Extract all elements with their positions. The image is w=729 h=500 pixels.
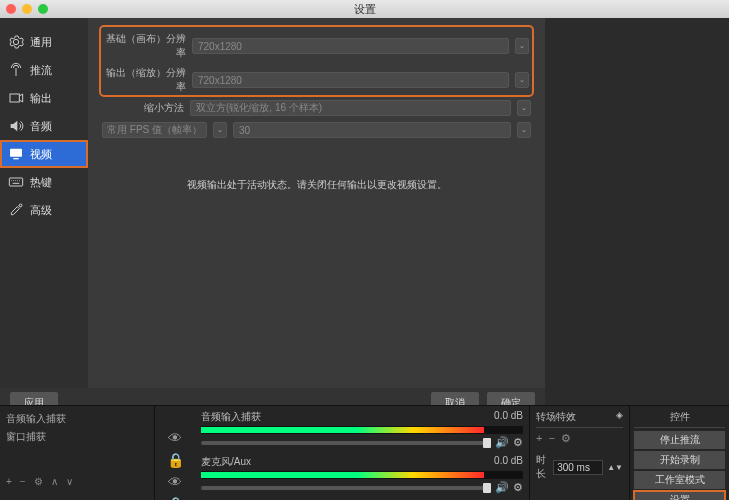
- track-name: 麦克风/Aux: [201, 455, 251, 469]
- antenna-icon: [8, 62, 24, 78]
- sidebar-item-label: 输出: [30, 91, 52, 106]
- sidebar-item-stream[interactable]: 推流: [0, 56, 88, 84]
- svg-rect-2: [13, 158, 18, 159]
- base-resolution-row: 基础（画布）分辨率 720x1280 ⌄: [104, 32, 529, 60]
- close-icon[interactable]: [6, 4, 16, 14]
- transitions-panel: 转场特效 ◈ + − ⚙ 时长 ▲▼: [529, 406, 629, 500]
- minimize-icon[interactable]: [22, 4, 32, 14]
- duration-input[interactable]: [553, 460, 603, 475]
- sources-panel: 音频输入捕获 窗口捕获 + − ⚙ ∧ ∨: [0, 406, 155, 500]
- lock-icon[interactable]: 🔒: [167, 452, 184, 468]
- down-icon[interactable]: ∨: [66, 476, 73, 487]
- settings-sidebar: 通用 推流 输出 音频 视频 热键: [0, 18, 88, 388]
- sidebar-item-label: 推流: [30, 63, 52, 78]
- dropdown-icon[interactable]: ⌄: [515, 72, 529, 88]
- start-record-button[interactable]: 开始录制: [634, 451, 725, 469]
- speaker-icon[interactable]: 🔊: [495, 436, 509, 449]
- speaker-icon: [8, 118, 24, 134]
- lock-icon[interactable]: 🔒: [167, 496, 184, 500]
- fps-label: 常用 FPS 值（帧率）: [102, 122, 207, 138]
- sidebar-item-label: 通用: [30, 35, 52, 50]
- volume-slider[interactable]: [201, 486, 491, 490]
- gear-icon[interactable]: ⚙: [34, 476, 43, 487]
- window-title: 设置: [354, 2, 376, 17]
- output-icon: [8, 90, 24, 106]
- mixer-track: 音频输入捕获 0.0 dB 🔊 ⚙: [201, 410, 523, 449]
- collapse-icon[interactable]: ◈: [616, 410, 623, 424]
- downscale-field[interactable]: 双立方(锐化缩放, 16 个样本): [190, 100, 511, 116]
- output-resolution-label: 输出（缩放）分辨率: [104, 66, 186, 94]
- track-db: 0.0 dB: [494, 410, 523, 424]
- speaker-icon[interactable]: 🔊: [495, 481, 509, 494]
- studio-mode-button[interactable]: 工作室模式: [634, 471, 725, 489]
- source-vis-icons: 👁 🔒 👁 🔒: [155, 406, 195, 500]
- stop-stream-button[interactable]: 停止推流: [634, 431, 725, 449]
- fps-field[interactable]: 30: [233, 122, 511, 138]
- sidebar-item-advanced[interactable]: 高级: [0, 196, 88, 224]
- mixer-track: 麦克风/Aux 0.0 dB 🔊 ⚙: [201, 455, 523, 494]
- output-resolution-field[interactable]: 720x1280: [192, 72, 509, 88]
- gear-icon[interactable]: ⚙: [561, 432, 571, 445]
- base-resolution-label: 基础（画布）分辨率: [104, 32, 186, 60]
- sidebar-item-output[interactable]: 输出: [0, 84, 88, 112]
- gear-icon: [8, 34, 24, 50]
- monitor-icon: [8, 146, 24, 162]
- sidebar-item-label: 高级: [30, 203, 52, 218]
- sidebar-item-label: 热键: [30, 175, 52, 190]
- settings-dialog: 通用 推流 输出 音频 视频 热键: [0, 18, 545, 418]
- zoom-icon[interactable]: [38, 4, 48, 14]
- dropdown-icon[interactable]: ⌄: [213, 122, 227, 138]
- sidebar-item-label: 视频: [30, 147, 52, 162]
- duration-label: 时长: [536, 453, 549, 481]
- remove-icon[interactable]: −: [20, 476, 26, 487]
- dropdown-icon[interactable]: ⌄: [517, 122, 531, 138]
- volume-slider[interactable]: [201, 441, 491, 445]
- track-db: 0.0 dB: [494, 455, 523, 469]
- up-icon[interactable]: ∧: [51, 476, 58, 487]
- transitions-header: 转场特效: [536, 410, 576, 424]
- sidebar-item-general[interactable]: 通用: [0, 28, 88, 56]
- gear-icon[interactable]: ⚙: [513, 436, 523, 449]
- svg-rect-0: [10, 94, 19, 102]
- stepper-icon[interactable]: ▲▼: [607, 463, 623, 472]
- tools-icon: [8, 202, 24, 218]
- main-bottom-panel: 音频输入捕获 窗口捕获 + − ⚙ ∧ ∨ 👁 🔒 👁 🔒 音频输入捕获 0.0…: [0, 405, 729, 500]
- gear-icon[interactable]: ⚙: [513, 481, 523, 494]
- base-resolution-field[interactable]: 720x1280: [192, 38, 509, 54]
- eye-icon[interactable]: 👁: [168, 430, 182, 446]
- sidebar-item-video[interactable]: 视频: [0, 140, 88, 168]
- dropdown-icon[interactable]: ⌄: [517, 100, 531, 116]
- svg-rect-3: [9, 178, 22, 186]
- window-controls: [6, 4, 48, 14]
- add-icon[interactable]: +: [6, 476, 12, 487]
- audio-mixer: 音频输入捕获 0.0 dB 🔊 ⚙ 麦克风/Aux 0.0 dB 🔊 ⚙: [195, 406, 529, 500]
- dropdown-icon[interactable]: ⌄: [515, 38, 529, 54]
- settings-content: 基础（画布）分辨率 720x1280 ⌄ 输出（缩放）分辨率 720x1280 …: [88, 18, 545, 388]
- keyboard-icon: [8, 174, 24, 190]
- svg-point-4: [19, 204, 22, 207]
- video-locked-warning: 视频输出处于活动状态。请关闭任何输出以更改视频设置。: [102, 178, 531, 192]
- downscale-row: 缩小方法 双立方(锐化缩放, 16 个样本) ⌄: [102, 100, 531, 116]
- track-name: 音频输入捕获: [201, 410, 261, 424]
- sidebar-item-label: 音频: [30, 119, 52, 134]
- source-item[interactable]: 音频输入捕获: [6, 410, 148, 428]
- eye-icon[interactable]: 👁: [168, 474, 182, 490]
- add-icon[interactable]: +: [536, 432, 542, 445]
- remove-icon[interactable]: −: [548, 432, 554, 445]
- sidebar-item-audio[interactable]: 音频: [0, 112, 88, 140]
- downscale-label: 缩小方法: [102, 101, 184, 115]
- svg-rect-1: [10, 149, 22, 157]
- source-item[interactable]: 窗口捕获: [6, 428, 148, 446]
- output-resolution-row: 输出（缩放）分辨率 720x1280 ⌄: [104, 66, 529, 94]
- controls-panel: 控件 停止推流 开始录制 工作室模式 设置 退出: [629, 406, 729, 500]
- sidebar-item-hotkeys[interactable]: 热键: [0, 168, 88, 196]
- fps-row: 常用 FPS 值（帧率） ⌄ 30 ⌄: [102, 122, 531, 138]
- settings-button[interactable]: 设置: [634, 491, 725, 500]
- titlebar: 设置: [0, 0, 729, 18]
- controls-header: 控件: [634, 410, 725, 428]
